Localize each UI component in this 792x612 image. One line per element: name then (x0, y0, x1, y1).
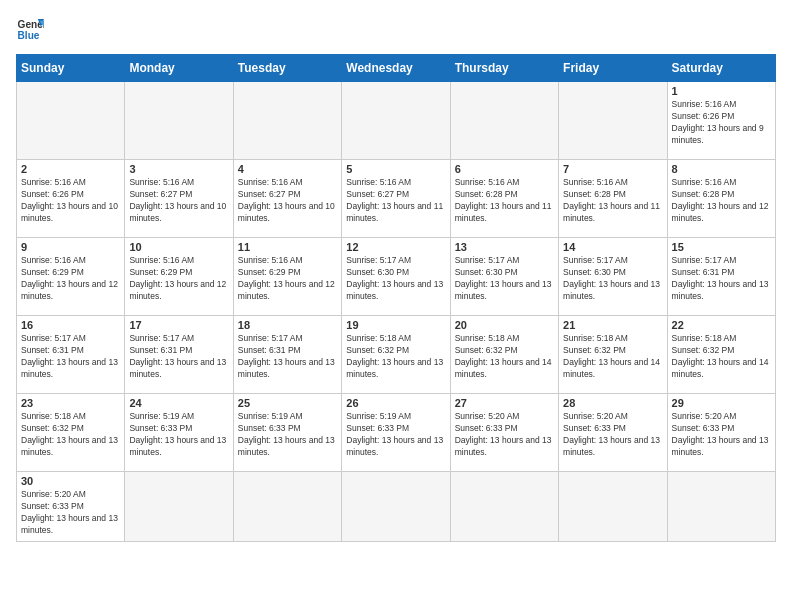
calendar-table: SundayMondayTuesdayWednesdayThursdayFrid… (16, 54, 776, 542)
calendar-cell-empty (233, 472, 341, 542)
day-info: Sunrise: 5:16 AMSunset: 6:26 PMDaylight:… (672, 99, 771, 147)
day-number: 23 (21, 397, 120, 409)
weekday-header-monday: Monday (125, 55, 233, 82)
weekday-header-friday: Friday (559, 55, 667, 82)
calendar-cell-empty (233, 82, 341, 160)
weekday-header-tuesday: Tuesday (233, 55, 341, 82)
calendar-cell-12: 12Sunrise: 5:17 AMSunset: 6:30 PMDayligh… (342, 238, 450, 316)
day-number: 7 (563, 163, 662, 175)
page-container: General Blue SundayMondayTuesdayWednesda… (16, 16, 776, 542)
day-number: 8 (672, 163, 771, 175)
day-info: Sunrise: 5:16 AMSunset: 6:28 PMDaylight:… (672, 177, 771, 225)
calendar-cell-empty (667, 472, 775, 542)
calendar-cell-empty (559, 472, 667, 542)
day-info: Sunrise: 5:17 AMSunset: 6:30 PMDaylight:… (563, 255, 662, 303)
day-number: 21 (563, 319, 662, 331)
calendar-cell-19: 19Sunrise: 5:18 AMSunset: 6:32 PMDayligh… (342, 316, 450, 394)
calendar-cell-empty (450, 82, 558, 160)
calendar-cell-28: 28Sunrise: 5:20 AMSunset: 6:33 PMDayligh… (559, 394, 667, 472)
calendar-cell-15: 15Sunrise: 5:17 AMSunset: 6:31 PMDayligh… (667, 238, 775, 316)
day-number: 10 (129, 241, 228, 253)
day-number: 26 (346, 397, 445, 409)
day-info: Sunrise: 5:17 AMSunset: 6:30 PMDaylight:… (346, 255, 445, 303)
week-row-3: 16Sunrise: 5:17 AMSunset: 6:31 PMDayligh… (17, 316, 776, 394)
calendar-cell-empty (450, 472, 558, 542)
calendar-cell-empty (342, 472, 450, 542)
week-row-0: 1Sunrise: 5:16 AMSunset: 6:26 PMDaylight… (17, 82, 776, 160)
day-info: Sunrise: 5:16 AMSunset: 6:28 PMDaylight:… (563, 177, 662, 225)
calendar-cell-8: 8Sunrise: 5:16 AMSunset: 6:28 PMDaylight… (667, 160, 775, 238)
day-number: 1 (672, 85, 771, 97)
day-info: Sunrise: 5:18 AMSunset: 6:32 PMDaylight:… (346, 333, 445, 381)
logo: General Blue (16, 16, 48, 44)
calendar-cell-13: 13Sunrise: 5:17 AMSunset: 6:30 PMDayligh… (450, 238, 558, 316)
day-info: Sunrise: 5:17 AMSunset: 6:31 PMDaylight:… (238, 333, 337, 381)
day-number: 30 (21, 475, 120, 487)
day-info: Sunrise: 5:17 AMSunset: 6:31 PMDaylight:… (672, 255, 771, 303)
calendar-cell-empty (17, 82, 125, 160)
calendar-cell-10: 10Sunrise: 5:16 AMSunset: 6:29 PMDayligh… (125, 238, 233, 316)
day-number: 3 (129, 163, 228, 175)
calendar-cell-23: 23Sunrise: 5:18 AMSunset: 6:32 PMDayligh… (17, 394, 125, 472)
day-info: Sunrise: 5:16 AMSunset: 6:27 PMDaylight:… (129, 177, 228, 225)
weekday-header-wednesday: Wednesday (342, 55, 450, 82)
day-info: Sunrise: 5:19 AMSunset: 6:33 PMDaylight:… (129, 411, 228, 459)
calendar-cell-30: 30Sunrise: 5:20 AMSunset: 6:33 PMDayligh… (17, 472, 125, 542)
day-number: 20 (455, 319, 554, 331)
week-row-4: 23Sunrise: 5:18 AMSunset: 6:32 PMDayligh… (17, 394, 776, 472)
day-info: Sunrise: 5:16 AMSunset: 6:29 PMDaylight:… (238, 255, 337, 303)
day-number: 2 (21, 163, 120, 175)
weekday-header-sunday: Sunday (17, 55, 125, 82)
day-number: 28 (563, 397, 662, 409)
calendar-cell-18: 18Sunrise: 5:17 AMSunset: 6:31 PMDayligh… (233, 316, 341, 394)
calendar-cell-4: 4Sunrise: 5:16 AMSunset: 6:27 PMDaylight… (233, 160, 341, 238)
calendar-cell-7: 7Sunrise: 5:16 AMSunset: 6:28 PMDaylight… (559, 160, 667, 238)
day-info: Sunrise: 5:16 AMSunset: 6:28 PMDaylight:… (455, 177, 554, 225)
day-number: 6 (455, 163, 554, 175)
day-info: Sunrise: 5:19 AMSunset: 6:33 PMDaylight:… (346, 411, 445, 459)
calendar-cell-22: 22Sunrise: 5:18 AMSunset: 6:32 PMDayligh… (667, 316, 775, 394)
calendar-cell-25: 25Sunrise: 5:19 AMSunset: 6:33 PMDayligh… (233, 394, 341, 472)
day-info: Sunrise: 5:19 AMSunset: 6:33 PMDaylight:… (238, 411, 337, 459)
day-number: 11 (238, 241, 337, 253)
calendar-cell-5: 5Sunrise: 5:16 AMSunset: 6:27 PMDaylight… (342, 160, 450, 238)
day-info: Sunrise: 5:16 AMSunset: 6:26 PMDaylight:… (21, 177, 120, 225)
day-number: 24 (129, 397, 228, 409)
calendar-cell-24: 24Sunrise: 5:19 AMSunset: 6:33 PMDayligh… (125, 394, 233, 472)
header: General Blue (16, 16, 776, 44)
day-number: 14 (563, 241, 662, 253)
calendar-cell-11: 11Sunrise: 5:16 AMSunset: 6:29 PMDayligh… (233, 238, 341, 316)
day-info: Sunrise: 5:16 AMSunset: 6:29 PMDaylight:… (21, 255, 120, 303)
weekday-header-thursday: Thursday (450, 55, 558, 82)
svg-text:Blue: Blue (18, 30, 40, 41)
calendar-cell-9: 9Sunrise: 5:16 AMSunset: 6:29 PMDaylight… (17, 238, 125, 316)
calendar-cell-empty (125, 82, 233, 160)
day-number: 9 (21, 241, 120, 253)
day-info: Sunrise: 5:18 AMSunset: 6:32 PMDaylight:… (563, 333, 662, 381)
calendar-cell-1: 1Sunrise: 5:16 AMSunset: 6:26 PMDaylight… (667, 82, 775, 160)
calendar-cell-6: 6Sunrise: 5:16 AMSunset: 6:28 PMDaylight… (450, 160, 558, 238)
day-info: Sunrise: 5:18 AMSunset: 6:32 PMDaylight:… (455, 333, 554, 381)
week-row-5: 30Sunrise: 5:20 AMSunset: 6:33 PMDayligh… (17, 472, 776, 542)
day-number: 13 (455, 241, 554, 253)
calendar-cell-27: 27Sunrise: 5:20 AMSunset: 6:33 PMDayligh… (450, 394, 558, 472)
calendar-cell-14: 14Sunrise: 5:17 AMSunset: 6:30 PMDayligh… (559, 238, 667, 316)
day-info: Sunrise: 5:16 AMSunset: 6:27 PMDaylight:… (238, 177, 337, 225)
day-info: Sunrise: 5:18 AMSunset: 6:32 PMDaylight:… (21, 411, 120, 459)
day-number: 29 (672, 397, 771, 409)
day-number: 4 (238, 163, 337, 175)
day-info: Sunrise: 5:20 AMSunset: 6:33 PMDaylight:… (455, 411, 554, 459)
calendar-cell-empty (559, 82, 667, 160)
day-number: 17 (129, 319, 228, 331)
day-number: 5 (346, 163, 445, 175)
day-number: 27 (455, 397, 554, 409)
day-number: 25 (238, 397, 337, 409)
day-info: Sunrise: 5:17 AMSunset: 6:31 PMDaylight:… (129, 333, 228, 381)
calendar-cell-20: 20Sunrise: 5:18 AMSunset: 6:32 PMDayligh… (450, 316, 558, 394)
calendar-cell-17: 17Sunrise: 5:17 AMSunset: 6:31 PMDayligh… (125, 316, 233, 394)
day-info: Sunrise: 5:17 AMSunset: 6:30 PMDaylight:… (455, 255, 554, 303)
day-info: Sunrise: 5:18 AMSunset: 6:32 PMDaylight:… (672, 333, 771, 381)
calendar-cell-2: 2Sunrise: 5:16 AMSunset: 6:26 PMDaylight… (17, 160, 125, 238)
calendar-cell-26: 26Sunrise: 5:19 AMSunset: 6:33 PMDayligh… (342, 394, 450, 472)
day-info: Sunrise: 5:20 AMSunset: 6:33 PMDaylight:… (563, 411, 662, 459)
